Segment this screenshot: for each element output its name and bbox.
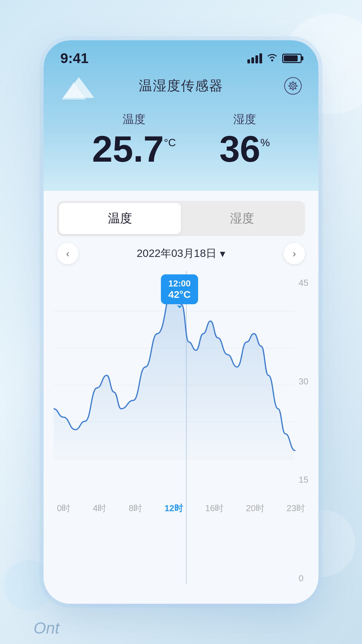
temperature-unit: °C [164,137,176,149]
dropdown-icon: ▾ [220,247,225,260]
humidity-reading: 湿度 36 % [219,112,270,167]
date-nav: ‹ 2022年03月18日 ▾ › [44,236,318,271]
temperature-reading: 温度 25.7 °C [92,112,176,167]
sensor-readings: 温度 25.7 °C 湿度 36 % [60,98,302,174]
tab-temperature[interactable]: 温度 [59,203,181,234]
tooltip-time: 12:00 [168,278,191,289]
date-next-button[interactable]: › [284,243,305,264]
chevron-left-icon: ‹ [66,248,69,259]
temperature-value: 25.7 [92,130,164,167]
tooltip-value: 42°C [168,289,191,300]
phone-header: 9:41 [44,40,318,191]
x-label-20: 20时 [246,502,264,519]
svg-point-4 [292,85,294,87]
status-icons [247,52,302,65]
tab-humidity[interactable]: 湿度 [181,203,303,234]
wifi-icon [266,52,278,65]
battery-icon [282,54,302,63]
temperature-label: 温度 [123,112,145,127]
settings-icon[interactable] [284,77,302,95]
x-label-4: 4时 [93,502,106,519]
tab-container: 温度 湿度 [57,201,305,236]
bottom-label: Ont [34,619,59,637]
chart-svg-wrapper [50,271,312,499]
svg-marker-3 [289,82,297,90]
signal-icon [247,53,262,63]
app-logo [60,71,97,101]
date-display[interactable]: 2022年03月18日 ▾ [137,246,225,261]
x-label-12: 12时 [165,502,183,519]
page-title: 温湿度传感器 [139,76,223,95]
date-text: 2022年03月18日 [137,246,217,261]
date-prev-button[interactable]: ‹ [57,243,78,264]
phone-body: 温度 湿度 ‹ 2022年03月18日 ▾ › 12:00 42°C [44,191,318,604]
status-bar: 9:41 [60,40,302,70]
x-axis: 0时 4时 8时 12时 16时 20时 23时 [50,499,312,519]
x-label-16: 16时 [205,502,224,519]
chevron-right-icon: › [293,248,296,259]
humidity-value: 36 [219,130,260,167]
phone-frame: 9:41 [44,40,318,604]
y-label-0: 0 [299,573,308,584]
humidity-label: 湿度 [233,112,256,127]
humidity-unit: % [260,137,270,149]
chart-container: 12:00 42°C 45 30 15 0 [50,271,312,604]
svg-point-0 [271,59,273,61]
x-label-8: 8时 [129,502,142,519]
chart-tooltip: 12:00 42°C [161,274,198,304]
x-label-0: 0时 [57,502,70,519]
status-time: 9:41 [60,50,88,66]
app-navbar: 温湿度传感器 [60,70,302,98]
